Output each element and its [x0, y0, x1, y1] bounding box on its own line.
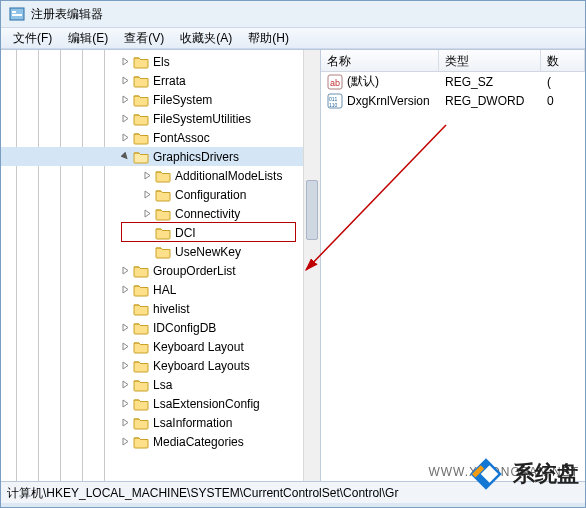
folder-icon — [155, 188, 171, 202]
folder-icon — [133, 55, 149, 69]
tree-label: Keyboard Layout — [153, 340, 244, 354]
expander-icon[interactable] — [119, 94, 131, 106]
folder-icon — [133, 359, 149, 373]
value-name: (默认) — [347, 73, 379, 90]
expander-icon[interactable] — [119, 417, 131, 429]
expander-icon[interactable] — [119, 360, 131, 372]
expander-icon[interactable] — [119, 379, 131, 391]
value-name: DxgKrnlVersion — [347, 94, 430, 108]
tree-item[interactable]: IDConfigDB — [1, 318, 320, 337]
menu-view[interactable]: 查看(V) — [116, 28, 172, 49]
brand-overlay: 系统盘 — [465, 453, 579, 495]
tree-item[interactable]: GroupOrderList — [1, 261, 320, 280]
expander-icon[interactable] — [119, 398, 131, 410]
expander-icon[interactable] — [141, 227, 153, 239]
menu-file[interactable]: 文件(F) — [5, 28, 60, 49]
tree-item[interactable]: Configuration — [1, 185, 320, 204]
expander-icon[interactable] — [119, 265, 131, 277]
expander-icon[interactable] — [119, 322, 131, 334]
expander-icon[interactable] — [119, 75, 131, 87]
tree-item[interactable]: FileSystemUtilities — [1, 109, 320, 128]
expander-icon[interactable] — [119, 151, 131, 163]
tree-label: Configuration — [175, 188, 246, 202]
value-data: ( — [547, 75, 551, 89]
value-type: REG_SZ — [445, 75, 493, 89]
folder-icon — [155, 169, 171, 183]
folder-icon — [133, 74, 149, 88]
tree-label: LsaExtensionConfig — [153, 397, 260, 411]
folder-icon — [133, 340, 149, 354]
titlebar[interactable]: 注册表编辑器 — [1, 1, 585, 27]
tree-item[interactable]: FontAssoc — [1, 128, 320, 147]
col-type[interactable]: 类型 — [439, 50, 541, 71]
tree-item[interactable]: hivelist — [1, 299, 320, 318]
status-path: 计算机\HKEY_LOCAL_MACHINE\SYSTEM\CurrentCon… — [7, 486, 398, 500]
folder-icon — [133, 264, 149, 278]
tree-item[interactable]: GraphicsDrivers — [1, 147, 320, 166]
tree-item[interactable]: Errata — [1, 71, 320, 90]
tree-label: LsaInformation — [153, 416, 232, 430]
svg-text:110: 110 — [329, 102, 338, 108]
tree-item[interactable]: Lsa — [1, 375, 320, 394]
list-row[interactable]: 011110DxgKrnlVersionREG_DWORD0 — [321, 91, 585, 110]
tree-item[interactable]: FileSystem — [1, 90, 320, 109]
brand-text: 系统盘 — [513, 459, 579, 489]
expander-icon[interactable] — [119, 303, 131, 315]
tree-item[interactable]: Connectivity — [1, 204, 320, 223]
values-pane: 名称 类型 数 ab(默认)REG_SZ(011110DxgKrnlVersio… — [321, 50, 585, 481]
expander-icon[interactable] — [119, 284, 131, 296]
expander-icon[interactable] — [141, 246, 153, 258]
list-row[interactable]: ab(默认)REG_SZ( — [321, 72, 585, 91]
tree-label: Errata — [153, 74, 186, 88]
tree-item[interactable]: DCI — [1, 223, 320, 242]
col-name[interactable]: 名称 — [321, 50, 439, 71]
menu-edit[interactable]: 编辑(E) — [60, 28, 116, 49]
folder-icon — [133, 131, 149, 145]
expander-icon[interactable] — [119, 436, 131, 448]
content-area: ElsErrataFileSystemFileSystemUtilitiesFo… — [1, 49, 585, 481]
tree-scrollbar[interactable] — [303, 50, 320, 481]
tree-item[interactable]: LsaExtensionConfig — [1, 394, 320, 413]
tree-label: Els — [153, 55, 170, 69]
folder-icon — [133, 150, 149, 164]
expander-icon[interactable] — [141, 208, 153, 220]
tree-item[interactable]: LsaInformation — [1, 413, 320, 432]
app-icon — [9, 6, 25, 22]
menu-help[interactable]: 帮助(H) — [240, 28, 297, 49]
tree-label: Keyboard Layouts — [153, 359, 250, 373]
tree-label: FontAssoc — [153, 131, 210, 145]
tree-label: AdditionalModeLists — [175, 169, 282, 183]
folder-icon — [133, 397, 149, 411]
tree-item[interactable]: UseNewKey — [1, 242, 320, 261]
folder-icon — [133, 378, 149, 392]
tree-label: GraphicsDrivers — [153, 150, 239, 164]
expander-icon[interactable] — [119, 341, 131, 353]
tree-item[interactable]: HAL — [1, 280, 320, 299]
scroll-thumb[interactable] — [306, 180, 318, 240]
menu-favorites[interactable]: 收藏夹(A) — [172, 28, 240, 49]
expander-icon[interactable] — [141, 170, 153, 182]
svg-line-8 — [306, 125, 446, 270]
expander-icon[interactable] — [141, 189, 153, 201]
folder-icon — [133, 321, 149, 335]
tree-label: HAL — [153, 283, 176, 297]
tree-item[interactable]: MediaCategories — [1, 432, 320, 451]
expander-icon[interactable] — [119, 56, 131, 68]
folder-icon — [133, 416, 149, 430]
menubar: 文件(F) 编辑(E) 查看(V) 收藏夹(A) 帮助(H) — [1, 27, 585, 49]
tree-label: MediaCategories — [153, 435, 244, 449]
folder-icon — [133, 283, 149, 297]
expander-icon[interactable] — [119, 132, 131, 144]
tree-item[interactable]: Keyboard Layouts — [1, 356, 320, 375]
tree-item[interactable]: Els — [1, 52, 320, 71]
folder-icon — [133, 112, 149, 126]
registry-tree[interactable]: ElsErrataFileSystemFileSystemUtilitiesFo… — [1, 50, 320, 453]
value-data: 0 — [547, 94, 554, 108]
window-title: 注册表编辑器 — [31, 6, 103, 23]
tree-item[interactable]: Keyboard Layout — [1, 337, 320, 356]
svg-rect-2 — [12, 14, 22, 16]
tree-label: Connectivity — [175, 207, 240, 221]
col-data[interactable]: 数 — [541, 50, 585, 71]
expander-icon[interactable] — [119, 113, 131, 125]
tree-item[interactable]: AdditionalModeLists — [1, 166, 320, 185]
